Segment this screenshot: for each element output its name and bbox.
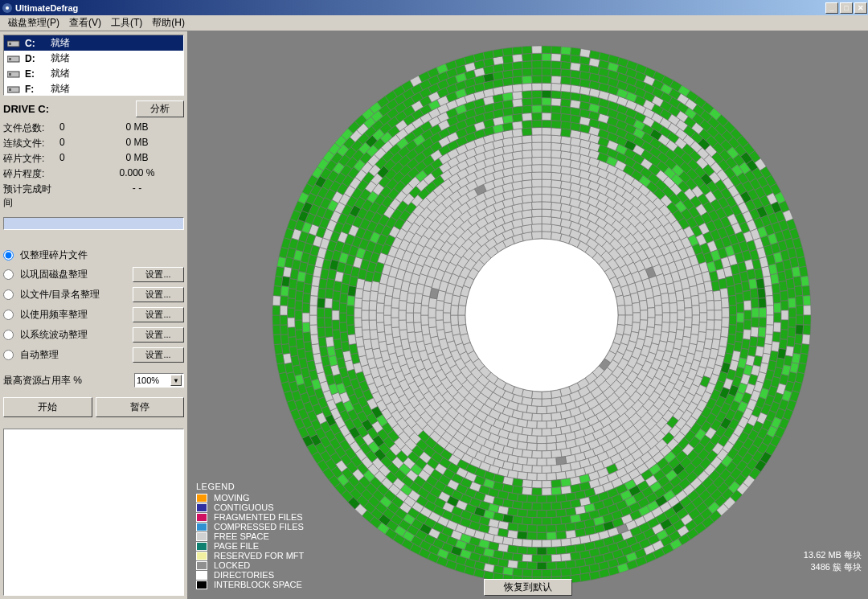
- resource-label: 最高资源占用率 %: [3, 374, 82, 388]
- info-row: 碎片文件:00 MB: [3, 151, 184, 166]
- legend-item: MOVING: [196, 493, 304, 503]
- defrag-option: 以使用频率整理设置...: [3, 305, 184, 325]
- drive-status: 就绪: [51, 67, 180, 80]
- defrag-options: 仅整理碎片文件以巩固磁盘整理设置...以文件/目录名整理设置...以使用频率整理…: [3, 246, 184, 365]
- svg-rect-9: [9, 88, 11, 91]
- maximize-button[interactable]: □: [840, 2, 853, 14]
- start-button[interactable]: 开始: [3, 397, 92, 417]
- drive-label: E:: [25, 68, 46, 80]
- defrag-radio[interactable]: [3, 310, 14, 320]
- defrag-radio[interactable]: [3, 330, 14, 340]
- legend-item: COMPRESSED FILES: [196, 522, 304, 531]
- defrag-radio[interactable]: [3, 350, 14, 360]
- legend-item: RESERVED FOR MFT: [196, 551, 304, 560]
- pause-button[interactable]: 暂停: [96, 397, 185, 417]
- defrag-option-label: 以使用频率整理: [20, 308, 128, 322]
- restore-default-button[interactable]: 恢复到默认: [484, 579, 572, 596]
- defrag-option: 以系统波动整理设置...: [3, 325, 184, 345]
- legend-label: PAGE FILE: [214, 541, 259, 551]
- legend: LEGEND MOVINGCONTIGUOUSFRAGMENTED FILESC…: [196, 482, 304, 589]
- menu-tools[interactable]: 工具(T): [106, 15, 147, 31]
- analyze-button[interactable]: 分析: [136, 101, 184, 117]
- legend-swatch: [196, 523, 207, 531]
- drive-row[interactable]: E:就绪: [4, 66, 183, 81]
- legend-swatch: [196, 532, 207, 541]
- drive-label: D:: [25, 53, 46, 64]
- defrag-settings-button[interactable]: 设置...: [133, 307, 184, 322]
- status-line-2: 3486 簇 每块: [804, 561, 862, 573]
- preview-box: [3, 429, 184, 596]
- menu-defrag[interactable]: 磁盘整理(P): [3, 15, 64, 31]
- chevron-down-icon[interactable]: ▼: [170, 375, 182, 386]
- defrag-option-label: 以系统波动整理: [20, 328, 128, 342]
- legend-swatch: [196, 552, 207, 560]
- info-row: 预计完成时间- -: [3, 182, 184, 211]
- progress-bar: [3, 217, 184, 230]
- app-icon: [2, 2, 13, 14]
- drive-icon: [7, 69, 20, 79]
- menu-help[interactable]: 帮助(H): [147, 15, 190, 31]
- legend-label: CONTIGUOUS: [214, 503, 274, 512]
- drive-status: 就绪: [51, 36, 180, 50]
- legend-label: FREE SPACE: [214, 531, 269, 541]
- drive-icon: [7, 54, 20, 64]
- drive-name: DRIVE C:: [3, 103, 49, 115]
- defrag-option: 以巩固磁盘整理设置...: [3, 265, 184, 285]
- legend-swatch: [196, 494, 207, 503]
- svg-point-1: [6, 6, 9, 10]
- legend-label: INTERBLOCK SPACE: [214, 580, 302, 589]
- svg-rect-5: [9, 58, 11, 60]
- window-controls: _ □ ✕: [825, 2, 868, 14]
- legend-item: FREE SPACE: [196, 531, 304, 541]
- window-titlebar: UltimateDefrag _ □ ✕: [0, 0, 868, 15]
- legend-label: FRAGMENTED FILES: [214, 512, 303, 522]
- defrag-settings-button[interactable]: 设置...: [133, 347, 184, 363]
- drive-status: 就绪: [51, 51, 180, 65]
- info-row: 碎片程度:0.000 %: [3, 166, 184, 182]
- legend-title: LEGEND: [196, 482, 304, 491]
- info-row: 连续文件:00 MB: [3, 136, 184, 151]
- defrag-option-label: 以文件/目录名整理: [20, 288, 128, 302]
- legend-swatch: [196, 503, 207, 512]
- defrag-settings-button[interactable]: 设置...: [133, 327, 184, 343]
- defrag-settings-button[interactable]: 设置...: [133, 287, 184, 302]
- drive-row[interactable]: D:就绪: [4, 51, 183, 66]
- drive-status: 就绪: [51, 82, 180, 96]
- legend-item: LOCKED: [196, 560, 304, 570]
- legend-item: INTERBLOCK SPACE: [196, 580, 304, 589]
- defrag-option: 仅整理碎片文件: [3, 246, 184, 265]
- drive-list[interactable]: C:就绪D:就绪E:就绪F:就绪: [3, 35, 184, 96]
- legend-swatch: [196, 561, 207, 570]
- window-title: UltimateDefrag: [15, 3, 78, 13]
- minimize-button[interactable]: _: [825, 2, 838, 14]
- legend-item: DIRECTORIES: [196, 570, 304, 580]
- defrag-option-label: 以巩固磁盘整理: [20, 268, 128, 281]
- left-panel: C:就绪D:就绪E:就绪F:就绪 DRIVE C: 分析 文件总数:00 MB连…: [0, 31, 188, 599]
- defrag-option: 自动整理设置...: [3, 345, 184, 365]
- status-line-1: 13.62 MB 每块: [804, 549, 862, 561]
- legend-label: RESERVED FOR MFT: [214, 551, 304, 560]
- menu-view[interactable]: 查看(V): [64, 15, 106, 31]
- defrag-radio[interactable]: [3, 289, 14, 300]
- drive-row[interactable]: C:就绪: [4, 35, 183, 51]
- resource-combo[interactable]: 100% ▼: [134, 373, 184, 388]
- drive-row[interactable]: F:就绪: [4, 81, 183, 96]
- disk-view: LEGEND MOVINGCONTIGUOUSFRAGMENTED FILESC…: [188, 31, 868, 599]
- legend-swatch: [196, 542, 207, 551]
- defrag-radio[interactable]: [3, 250, 14, 261]
- legend-swatch: [196, 571, 207, 580]
- legend-item: FRAGMENTED FILES: [196, 512, 304, 522]
- defrag-settings-button[interactable]: 设置...: [133, 267, 184, 282]
- legend-label: DIRECTORIES: [214, 570, 274, 580]
- legend-swatch: [196, 513, 207, 522]
- drive-info: DRIVE C: 分析 文件总数:00 MB连续文件:00 MB碎片文件:00 …: [3, 101, 184, 243]
- defrag-radio[interactable]: [3, 269, 14, 280]
- defrag-option-label: 仅整理碎片文件: [20, 248, 184, 262]
- close-button[interactable]: ✕: [854, 2, 867, 14]
- menubar: 磁盘整理(P) 查看(V) 工具(T) 帮助(H): [0, 15, 868, 31]
- legend-item: CONTIGUOUS: [196, 503, 304, 512]
- legend-swatch: [196, 581, 207, 589]
- drive-icon: [7, 39, 20, 48]
- drive-label: F:: [25, 84, 46, 95]
- svg-rect-3: [9, 43, 11, 45]
